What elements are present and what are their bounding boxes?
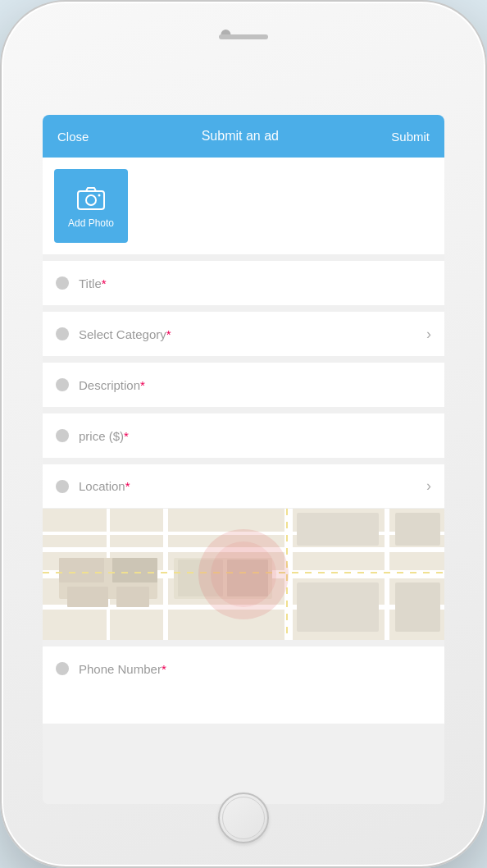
title-indicator	[56, 276, 69, 290]
location-indicator	[56, 480, 69, 493]
phone-number-section: Phone Number*	[43, 646, 444, 724]
svg-rect-16	[112, 558, 157, 582]
add-photo-button[interactable]: Add Photo	[54, 169, 128, 243]
map-view[interactable]	[43, 509, 444, 640]
svg-rect-20	[297, 513, 379, 546]
price-indicator	[56, 429, 69, 442]
home-button[interactable]	[218, 793, 269, 843]
phone-input-area	[43, 691, 444, 724]
phone-indicator	[56, 662, 69, 675]
photo-section: Add Photo	[43, 158, 444, 254]
svg-point-1	[86, 195, 96, 205]
title-label: Title*	[79, 276, 431, 290]
category-row[interactable]: Select Category* ›	[43, 312, 444, 356]
camera-icon	[76, 183, 106, 212]
price-section: price ($)*	[43, 413, 444, 458]
phone-number-row[interactable]: Phone Number*	[43, 646, 444, 691]
svg-rect-15	[59, 558, 104, 582]
category-label: Select Category*	[79, 327, 426, 341]
svg-point-27	[211, 541, 276, 607]
description-row[interactable]: Description*	[43, 363, 444, 407]
add-photo-label: Add Photo	[68, 217, 114, 229]
submit-button[interactable]: Submit	[391, 130, 430, 144]
svg-rect-0	[78, 191, 104, 209]
close-button[interactable]: Close	[57, 130, 89, 144]
category-section: Select Category* ›	[43, 312, 444, 356]
location-chevron-icon: ›	[426, 477, 431, 495]
phone-number-label: Phone Number*	[79, 662, 431, 676]
location-row[interactable]: Location* ›	[43, 464, 444, 509]
price-row[interactable]: price ($)*	[43, 413, 444, 458]
title-row[interactable]: Title*	[43, 261, 444, 305]
description-label: Description*	[79, 378, 431, 392]
price-label: price ($)*	[79, 429, 431, 443]
description-indicator	[56, 378, 69, 391]
phone-speaker	[219, 34, 268, 39]
title-section: Title*	[43, 261, 444, 305]
home-button-inner	[222, 797, 265, 839]
app-header: Close Submit an ad Submit	[43, 115, 444, 158]
svg-rect-21	[297, 582, 379, 632]
svg-rect-14	[116, 587, 149, 607]
phone-screen: Close Submit an ad Submit Add Photo	[43, 115, 444, 804]
svg-rect-13	[67, 587, 108, 607]
form-content: Add Photo Title* Select Category*	[43, 158, 444, 804]
svg-rect-23	[395, 582, 440, 632]
category-indicator	[56, 327, 69, 340]
phone-frame: Close Submit an ad Submit Add Photo	[0, 0, 487, 868]
description-section: Description*	[43, 363, 444, 407]
svg-rect-22	[395, 513, 440, 546]
svg-point-2	[98, 194, 101, 197]
header-title: Submit an ad	[202, 129, 279, 144]
category-chevron-icon: ›	[426, 326, 431, 343]
location-label: Location*	[79, 479, 426, 493]
map-svg	[43, 509, 444, 640]
location-section: Location* ›	[43, 464, 444, 640]
